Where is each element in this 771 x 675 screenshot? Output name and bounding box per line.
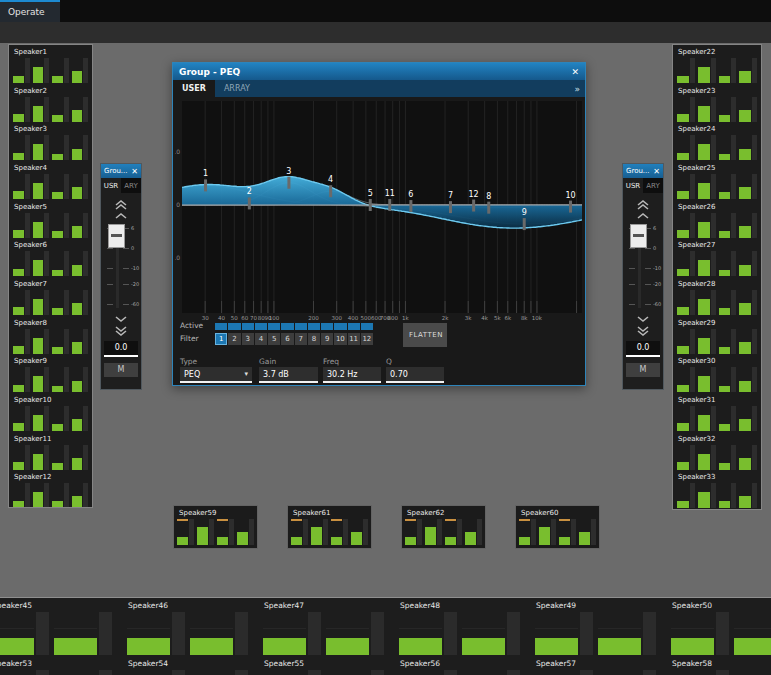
speaker-strip[interactable]: Speaker27 — [673, 238, 761, 277]
filter-button-9[interactable]: 9 — [321, 333, 333, 345]
speaker-strip[interactable]: Speaker3 — [9, 122, 92, 161]
speaker-strip[interactable]: Speaker5 — [9, 200, 92, 239]
gain-input[interactable]: 3.7 dB — [259, 367, 318, 383]
flatten-button[interactable]: FLATTEN — [403, 323, 447, 347]
speaker-strip[interactable]: Speaker9 — [9, 354, 92, 393]
speaker-strip[interactable]: Speaker7 — [9, 277, 92, 316]
fader-value[interactable]: 0.0 — [626, 341, 660, 357]
active-segment[interactable] — [255, 323, 267, 330]
active-segment[interactable] — [281, 323, 293, 330]
filter-button-8[interactable]: 8 — [308, 333, 320, 345]
filter-button-3[interactable]: 3 — [242, 333, 254, 345]
speaker-strip[interactable]: Speaker49 — [529, 598, 662, 656]
active-segment[interactable] — [321, 323, 333, 330]
filter-button-10[interactable]: 10 — [334, 333, 346, 345]
filter-button-12[interactable]: 12 — [361, 333, 373, 345]
tab-ary[interactable]: ARY — [121, 178, 141, 193]
close-icon[interactable]: ✕ — [131, 167, 138, 176]
speaker-strip[interactable]: Speaker46 — [121, 598, 254, 656]
tab-usr[interactable]: USR — [101, 178, 121, 193]
fader-value[interactable]: 0.0 — [104, 341, 138, 357]
double-chevron-down-icon[interactable] — [635, 325, 651, 336]
filter-button-5[interactable]: 5 — [268, 333, 280, 345]
speaker-strip[interactable]: Speaker53 — [0, 656, 118, 675]
speaker-strip[interactable]: Speaker10 — [9, 393, 92, 432]
mute-button[interactable]: M — [626, 363, 660, 377]
speaker-strip[interactable]: Speaker2 — [9, 84, 92, 123]
chevron-up-icon[interactable] — [113, 212, 129, 220]
fader-handle[interactable] — [108, 224, 125, 248]
speaker-strip[interactable]: Speaker4 — [9, 161, 92, 200]
speaker-strip[interactable]: Speaker33 — [673, 470, 761, 509]
speaker-strip[interactable]: Speaker1 — [9, 45, 92, 84]
tab-ary[interactable]: ARY — [643, 178, 663, 193]
filter-button-7[interactable]: 7 — [295, 333, 307, 345]
speaker-strip[interactable]: Speaker6 — [9, 238, 92, 277]
group-fader-titlebar[interactable]: Grou...✕ — [101, 164, 141, 178]
freq-input[interactable]: 30.2 Hz — [323, 367, 381, 383]
double-chevron-up-icon[interactable] — [113, 199, 129, 210]
fader-handle[interactable] — [630, 224, 647, 248]
q-input[interactable]: 0.70 — [386, 367, 444, 383]
close-icon[interactable]: ✕ — [571, 67, 585, 77]
speaker-strip-label: Speaker61 — [288, 506, 371, 519]
speaker-strip[interactable]: Speaker12 — [9, 470, 92, 508]
active-segment[interactable] — [268, 323, 280, 330]
fader-track — [83, 406, 88, 431]
speaker-strip[interactable]: Speaker56 — [393, 656, 526, 675]
active-segment[interactable] — [228, 323, 240, 330]
active-segment[interactable] — [215, 323, 227, 330]
speaker-strip[interactable]: Speaker45 — [0, 598, 118, 656]
tab-array[interactable]: ARRAY — [215, 80, 259, 97]
speaker-strip[interactable]: Speaker47 — [257, 598, 390, 656]
type-dropdown[interactable]: ▾ PEQ — [180, 367, 252, 383]
speaker-strip[interactable]: Speaker23 — [673, 84, 761, 123]
speaker-strip[interactable]: Speaker55 — [257, 656, 390, 675]
speaker-panel[interactable]: Speaker61 — [287, 505, 372, 549]
speaker-strip[interactable]: Speaker32 — [673, 432, 761, 471]
chevron-up-icon[interactable] — [635, 212, 651, 220]
speaker-strip[interactable]: Speaker31 — [673, 393, 761, 432]
speaker-strip[interactable]: Speaker30 — [673, 354, 761, 393]
speaker-strip[interactable]: Speaker25 — [673, 161, 761, 200]
chevron-down-icon[interactable] — [113, 315, 129, 323]
filter-button-11[interactable]: 11 — [348, 333, 360, 345]
double-chevron-up-icon[interactable] — [635, 199, 651, 210]
filter-button-2[interactable]: 2 — [228, 333, 240, 345]
speaker-strip[interactable]: Speaker8 — [9, 316, 92, 355]
speaker-strip[interactable]: Speaker28 — [673, 277, 761, 316]
speaker-strip[interactable]: Speaker50 — [665, 598, 771, 656]
active-segment[interactable] — [242, 323, 254, 330]
filter-button-4[interactable]: 4 — [255, 333, 267, 345]
speaker-strip[interactable]: Speaker11 — [9, 432, 92, 471]
speaker-strip[interactable]: Speaker22 — [673, 45, 761, 84]
filter-button-6[interactable]: 6 — [281, 333, 293, 345]
speaker-strip[interactable]: Speaker57 — [529, 656, 662, 675]
speaker-strip[interactable]: Speaker26 — [673, 200, 761, 239]
speaker-panel[interactable]: Speaker62 — [401, 505, 486, 549]
speaker-panel[interactable]: Speaker60 — [515, 505, 600, 549]
speaker-strip[interactable]: Speaker24 — [673, 122, 761, 161]
mute-button[interactable]: M — [104, 363, 138, 377]
tab-usr[interactable]: USR — [623, 178, 643, 193]
tab-overflow-chevron-icon[interactable]: » — [569, 80, 585, 97]
chevron-down-icon[interactable] — [635, 315, 651, 323]
filter-button-1[interactable]: 1 — [215, 333, 227, 345]
speaker-strip[interactable]: Speaker29 — [673, 316, 761, 355]
tab-user[interactable]: USER — [173, 80, 215, 97]
speaker-strip[interactable]: Speaker48 — [393, 598, 526, 656]
speaker-strip[interactable]: Speaker58 — [665, 656, 771, 675]
active-segment[interactable] — [334, 323, 346, 330]
peq-titlebar[interactable]: Group - PEQ ✕ — [173, 63, 585, 80]
speaker-panel[interactable]: Speaker59 — [173, 505, 258, 549]
active-segment[interactable] — [348, 323, 360, 330]
active-segment[interactable] — [361, 323, 373, 330]
close-icon[interactable]: ✕ — [653, 167, 660, 176]
speaker-strip-label: Speaker56 — [393, 656, 526, 670]
active-segment[interactable] — [295, 323, 307, 330]
tab-operate[interactable]: Operate — [0, 0, 60, 22]
group-fader-titlebar[interactable]: Grou...✕ — [623, 164, 663, 178]
speaker-strip[interactable]: Speaker54 — [121, 656, 254, 675]
double-chevron-down-icon[interactable] — [113, 325, 129, 336]
active-segment[interactable] — [308, 323, 320, 330]
